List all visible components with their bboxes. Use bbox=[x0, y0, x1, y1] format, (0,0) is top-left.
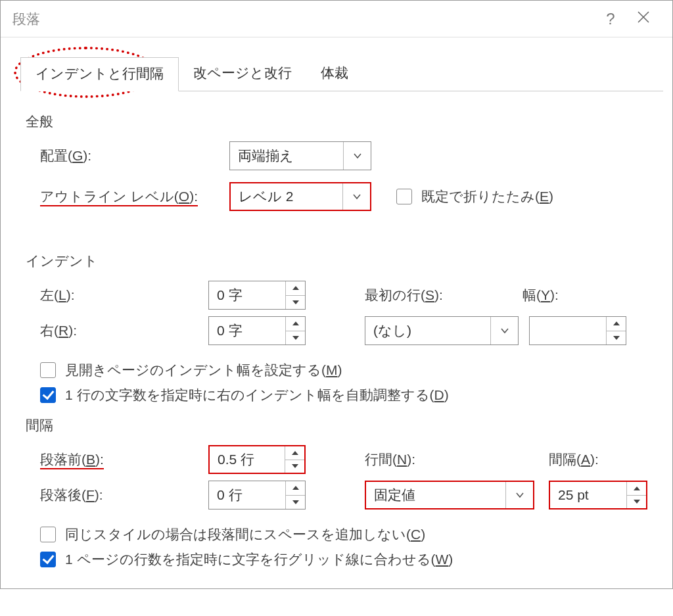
alignment-chevron[interactable] bbox=[343, 142, 371, 170]
left-indent-label: 左(L): bbox=[40, 286, 208, 304]
right-indent-value: 0 字 bbox=[209, 317, 285, 344]
section-indent: インデント bbox=[26, 252, 653, 270]
right-indent-label: 右(R): bbox=[40, 321, 208, 340]
mirror-indent-label: 見開きページのインデント幅を設定する(M) bbox=[65, 361, 342, 379]
section-general: 全般 bbox=[26, 112, 653, 131]
collapse-label: 既定で折りたたみ(E) bbox=[421, 187, 553, 206]
width-value bbox=[530, 317, 606, 344]
tab-strip: インデントと行間隔 改ページと改行 体裁 bbox=[20, 57, 672, 91]
triangle-down-icon bbox=[634, 500, 640, 504]
auto-adjust-checkbox[interactable] bbox=[40, 387, 56, 403]
triangle-up-icon bbox=[292, 286, 299, 290]
help-button[interactable]: ? bbox=[597, 10, 624, 28]
mirror-indent-checkbox[interactable] bbox=[40, 362, 56, 378]
spin-down[interactable] bbox=[285, 460, 304, 473]
chevron-down-icon bbox=[500, 326, 509, 335]
tab-style[interactable]: 体裁 bbox=[306, 57, 363, 91]
outline-dropdown[interactable]: レベル 2 bbox=[229, 182, 371, 211]
after-spacing-value: 0 行 bbox=[209, 481, 285, 509]
tab-indent-spacing[interactable]: インデントと行間隔 bbox=[20, 57, 179, 91]
before-spacing-value: 0.5 行 bbox=[210, 446, 285, 473]
left-indent-spinner[interactable]: 0 字 bbox=[208, 281, 306, 310]
spin-down[interactable] bbox=[286, 331, 305, 345]
triangle-up-icon bbox=[613, 321, 620, 325]
triangle-down-icon bbox=[292, 500, 299, 504]
width-spinner[interactable] bbox=[529, 316, 626, 345]
titlebar: 段落 ? bbox=[1, 1, 672, 37]
dialog-title: 段落 bbox=[12, 10, 40, 28]
triangle-down-icon bbox=[292, 300, 299, 304]
at-label: 間隔(A): bbox=[549, 450, 599, 469]
after-spacing-label: 段落後(F): bbox=[40, 486, 208, 504]
same-style-label: 同じスタイルの場合は段落間にスペースを追加しない(C) bbox=[65, 525, 425, 544]
line-spacing-dropdown[interactable]: 固定値 bbox=[365, 481, 534, 509]
outline-chevron[interactable] bbox=[342, 183, 370, 210]
triangle-up-icon bbox=[292, 451, 298, 455]
close-icon bbox=[636, 10, 651, 24]
section-spacing: 間隔 bbox=[26, 416, 653, 435]
alignment-label: 配置(G): bbox=[40, 147, 224, 165]
width-label: 幅(Y): bbox=[522, 286, 559, 304]
first-line-chevron[interactable] bbox=[490, 317, 518, 344]
after-spacing-spinner[interactable]: 0 行 bbox=[208, 481, 306, 509]
spin-up[interactable] bbox=[286, 317, 305, 331]
left-indent-value: 0 字 bbox=[209, 281, 285, 309]
at-spinner[interactable]: 25 pt bbox=[549, 481, 647, 509]
line-spacing-label: 行間(N): bbox=[365, 450, 549, 469]
spin-up[interactable] bbox=[286, 281, 305, 296]
right-indent-spinner[interactable]: 0 字 bbox=[208, 316, 306, 345]
spin-down[interactable] bbox=[286, 296, 305, 310]
triangle-down-icon bbox=[292, 464, 298, 468]
spin-up[interactable] bbox=[286, 481, 305, 496]
before-spacing-spinner[interactable]: 0.5 行 bbox=[208, 445, 306, 474]
snap-grid-checkbox[interactable] bbox=[40, 552, 56, 567]
spin-up[interactable] bbox=[607, 317, 626, 331]
same-style-checkbox[interactable] bbox=[40, 527, 56, 542]
auto-adjust-label: 1 行の文字数を指定時に右のインデント幅を自動調整する(D) bbox=[65, 386, 449, 404]
paragraph-dialog: 段落 ? インデントと行間隔 改ページと改行 体裁 全般 配置(G): 両端揃え bbox=[0, 0, 673, 589]
chevron-down-icon bbox=[353, 151, 362, 160]
alignment-value: 両端揃え bbox=[230, 147, 343, 165]
triangle-up-icon bbox=[292, 321, 299, 325]
first-line-value: (なし) bbox=[365, 321, 490, 340]
triangle-up-icon bbox=[634, 486, 640, 490]
spin-up[interactable] bbox=[285, 446, 304, 460]
spin-down[interactable] bbox=[627, 496, 646, 509]
outline-label: アウトライン レベル(O): bbox=[40, 187, 224, 206]
snap-grid-label: 1 ページの行数を指定時に文字を行グリッド線に合わせる(W) bbox=[65, 550, 453, 569]
spin-down[interactable] bbox=[607, 331, 626, 345]
spin-up[interactable] bbox=[627, 482, 646, 496]
first-line-dropdown[interactable]: (なし) bbox=[365, 316, 519, 345]
spin-down[interactable] bbox=[286, 496, 305, 509]
chevron-down-icon bbox=[515, 490, 524, 500]
triangle-down-icon bbox=[613, 336, 620, 340]
close-button[interactable] bbox=[624, 10, 663, 28]
collapse-checkbox[interactable] bbox=[396, 189, 412, 204]
first-line-label: 最初の行(S): bbox=[365, 286, 522, 304]
alignment-dropdown[interactable]: 両端揃え bbox=[229, 141, 371, 170]
line-spacing-chevron[interactable] bbox=[505, 482, 533, 508]
triangle-up-icon bbox=[292, 486, 299, 490]
chevron-down-icon bbox=[352, 192, 361, 201]
at-value: 25 pt bbox=[550, 482, 626, 508]
tab-page-break[interactable]: 改ページと改行 bbox=[179, 57, 306, 91]
line-spacing-value: 固定値 bbox=[366, 486, 505, 504]
before-spacing-label: 段落前(B): bbox=[40, 450, 208, 469]
outline-value: レベル 2 bbox=[231, 187, 342, 206]
triangle-down-icon bbox=[292, 336, 299, 340]
